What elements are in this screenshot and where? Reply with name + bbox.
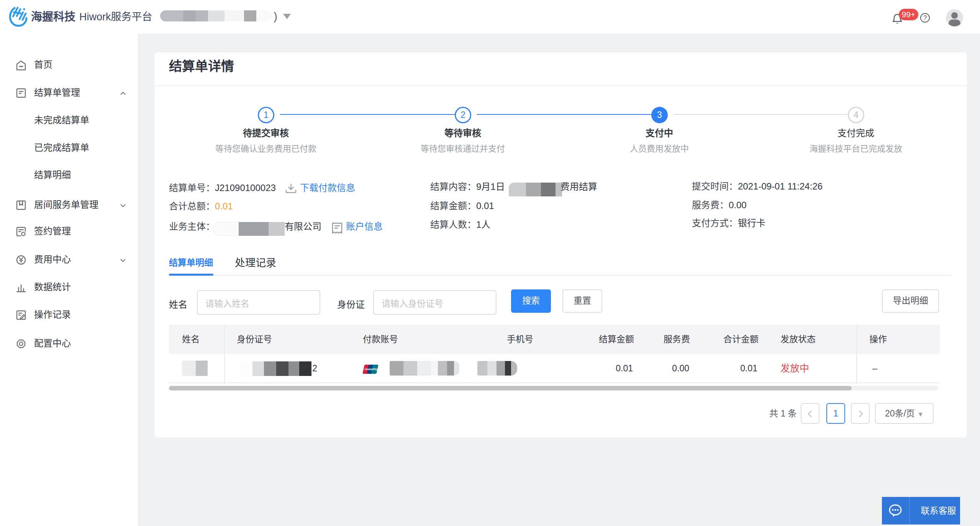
svg-text:UnionPay: UnionPay [364,368,378,371]
